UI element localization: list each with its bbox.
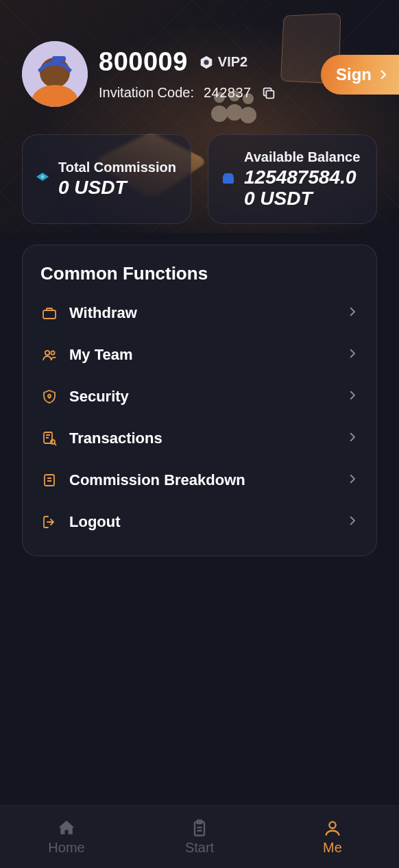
person-icon [323, 818, 342, 839]
function-security[interactable]: Security [40, 376, 359, 418]
clipboard-icon [190, 818, 209, 839]
svg-point-16 [48, 395, 51, 397]
svg-rect-11 [266, 90, 274, 98]
function-label: Logout [69, 513, 346, 531]
copy-icon[interactable] [261, 86, 276, 101]
chevron-right-icon [346, 512, 359, 532]
common-functions-card: Common Functions Withdraw My Team [22, 245, 377, 556]
home-icon [56, 818, 77, 839]
vip-badge: VIP2 [199, 54, 247, 70]
available-balance-label: Available Balance [244, 149, 364, 166]
wallet-withdraw-icon [40, 304, 58, 322]
function-withdraw[interactable]: Withdraw [40, 293, 359, 334]
chevron-right-icon [346, 387, 359, 406]
hexagon-icon [199, 55, 214, 70]
logout-icon [40, 513, 58, 531]
function-label: Security [69, 388, 346, 406]
shield-icon [40, 388, 58, 406]
total-commission-value: 0 USDT [58, 177, 176, 199]
wallet-icon [219, 170, 237, 188]
chevron-right-icon [346, 303, 359, 323]
common-functions-title: Common Functions [40, 263, 359, 284]
svg-point-12 [41, 175, 45, 179]
chevron-right-icon [346, 429, 359, 448]
available-balance-value: 125487584.00 USDT [244, 167, 364, 210]
svg-point-18 [51, 440, 55, 444]
chevron-right-icon [346, 471, 359, 490]
sign-button[interactable]: Sign [321, 55, 399, 95]
svg-point-22 [329, 822, 335, 828]
invitation-code-label: Invitation Code: [99, 85, 194, 101]
svg-point-10 [204, 60, 208, 64]
invitation-code: 242837 [204, 85, 252, 101]
function-label: Commission Breakdown [69, 471, 346, 489]
function-logout[interactable]: Logout [40, 501, 359, 543]
receipt-search-icon [40, 430, 58, 447]
team-icon [40, 346, 58, 364]
function-transactions[interactable]: Transactions [40, 418, 359, 460]
tab-home[interactable]: Home [0, 806, 133, 868]
sign-button-label: Sign [336, 65, 372, 84]
function-label: Withdraw [69, 304, 346, 322]
document-list-icon [40, 471, 58, 489]
tab-label: Home [48, 840, 84, 856]
user-id: 800009 [99, 47, 188, 77]
function-commission-breakdown[interactable]: Commission Breakdown [40, 460, 359, 501]
total-commission-label: Total Commission [58, 159, 176, 176]
svg-point-14 [45, 351, 49, 355]
tab-start[interactable]: Start [133, 806, 266, 868]
svg-rect-13 [43, 310, 56, 319]
tab-label: Start [185, 840, 214, 856]
tab-bar: Home Start Me [0, 805, 399, 868]
tab-me[interactable]: Me [266, 806, 399, 868]
function-my-team[interactable]: My Team [40, 334, 359, 376]
available-balance-card: Available Balance 125487584.00 USDT [208, 134, 377, 224]
vip-label: VIP2 [218, 54, 247, 70]
svg-rect-8 [52, 56, 66, 62]
chevron-right-icon [377, 67, 389, 82]
commission-icon [34, 170, 51, 188]
total-commission-card: Total Commission 0 USDT [22, 134, 191, 224]
tab-label: Me [323, 840, 342, 856]
svg-rect-19 [45, 475, 54, 486]
avatar[interactable] [22, 41, 88, 107]
function-label: Transactions [69, 430, 346, 447]
svg-point-15 [51, 351, 54, 354]
function-label: My Team [69, 346, 346, 364]
chevron-right-icon [346, 345, 359, 364]
